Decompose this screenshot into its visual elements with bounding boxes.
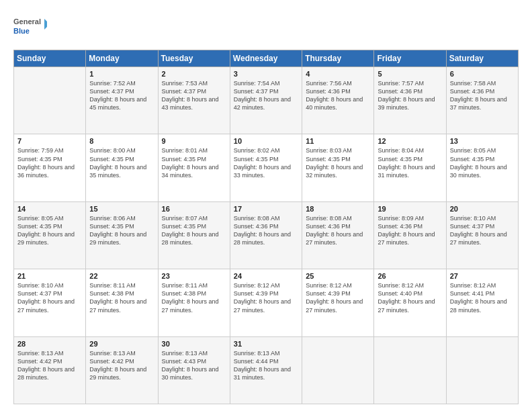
cell-info: Sunrise: 7:59 AM Sunset: 4:35 PM Dayligh…: [17, 146, 82, 179]
cell-info: Sunrise: 8:12 AM Sunset: 4:39 PM Dayligh…: [306, 281, 370, 314]
day-of-week-header: Saturday: [446, 50, 518, 67]
calendar-cell: 16Sunrise: 8:07 AM Sunset: 4:35 PM Dayli…: [158, 201, 230, 269]
calendar-cell: 10Sunrise: 8:02 AM Sunset: 4:35 PM Dayli…: [230, 134, 302, 201]
day-of-week-header: Friday: [374, 50, 446, 67]
calendar-cell: 1Sunrise: 7:52 AM Sunset: 4:37 PM Daylig…: [86, 67, 158, 134]
day-number: 23: [162, 272, 226, 280]
day-number: 1: [89, 70, 154, 78]
calendar-week-row: 7Sunrise: 7:59 AM Sunset: 4:35 PM Daylig…: [14, 134, 519, 201]
day-number: 13: [450, 137, 515, 145]
day-number: 5: [378, 70, 442, 78]
calendar-cell: 17Sunrise: 8:08 AM Sunset: 4:36 PM Dayli…: [230, 201, 302, 269]
day-number: 3: [234, 70, 298, 78]
cell-info: Sunrise: 8:12 AM Sunset: 4:41 PM Dayligh…: [450, 281, 515, 314]
calendar-cell: 26Sunrise: 8:12 AM Sunset: 4:40 PM Dayli…: [374, 269, 446, 336]
calendar-week-row: 1Sunrise: 7:52 AM Sunset: 4:37 PM Daylig…: [14, 67, 519, 134]
calendar-header: SundayMondayTuesdayWednesdayThursdayFrid…: [14, 50, 519, 67]
cell-info: Sunrise: 8:10 AM Sunset: 4:37 PM Dayligh…: [450, 214, 515, 247]
cell-info: Sunrise: 8:06 AM Sunset: 4:35 PM Dayligh…: [89, 214, 154, 247]
cell-info: Sunrise: 8:05 AM Sunset: 4:35 PM Dayligh…: [450, 146, 515, 179]
calendar-cell: 14Sunrise: 8:05 AM Sunset: 4:35 PM Dayli…: [14, 201, 86, 269]
calendar-cell: 31Sunrise: 8:13 AM Sunset: 4:44 PM Dayli…: [230, 336, 302, 404]
day-number: 18: [306, 205, 370, 213]
calendar-cell: 5Sunrise: 7:57 AM Sunset: 4:36 PM Daylig…: [374, 67, 446, 134]
day-of-week-header: Thursday: [302, 50, 374, 67]
day-number: 16: [162, 205, 226, 213]
day-number: 27: [450, 272, 515, 280]
day-number: 22: [89, 272, 154, 280]
day-number: 6: [450, 70, 515, 78]
cell-info: Sunrise: 8:12 AM Sunset: 4:39 PM Dayligh…: [234, 281, 298, 314]
calendar-cell: 2Sunrise: 7:53 AM Sunset: 4:37 PM Daylig…: [158, 67, 230, 134]
day-number: 4: [306, 70, 370, 78]
cell-info: Sunrise: 8:13 AM Sunset: 4:42 PM Dayligh…: [89, 349, 154, 382]
cell-info: Sunrise: 8:08 AM Sunset: 4:36 PM Dayligh…: [234, 214, 298, 247]
calendar-cell: 3Sunrise: 7:54 AM Sunset: 4:37 PM Daylig…: [230, 67, 302, 134]
cell-info: Sunrise: 8:08 AM Sunset: 4:36 PM Dayligh…: [306, 214, 370, 247]
cell-info: Sunrise: 8:11 AM Sunset: 4:38 PM Dayligh…: [89, 281, 154, 314]
cell-info: Sunrise: 8:11 AM Sunset: 4:38 PM Dayligh…: [162, 281, 226, 314]
day-number: 31: [234, 340, 298, 348]
calendar-cell: 24Sunrise: 8:12 AM Sunset: 4:39 PM Dayli…: [230, 269, 302, 336]
cell-info: Sunrise: 8:05 AM Sunset: 4:35 PM Dayligh…: [17, 214, 82, 247]
calendar-cell: 15Sunrise: 8:06 AM Sunset: 4:35 PM Dayli…: [86, 201, 158, 269]
svg-marker-2: [44, 19, 47, 30]
cell-info: Sunrise: 7:52 AM Sunset: 4:37 PM Dayligh…: [89, 79, 154, 112]
calendar-cell: 23Sunrise: 8:11 AM Sunset: 4:38 PM Dayli…: [158, 269, 230, 336]
day-number: 25: [306, 272, 370, 280]
day-of-week-header: Tuesday: [158, 50, 230, 67]
calendar-cell: 4Sunrise: 7:56 AM Sunset: 4:36 PM Daylig…: [302, 67, 374, 134]
calendar-cell: 29Sunrise: 8:13 AM Sunset: 4:42 PM Dayli…: [86, 336, 158, 404]
day-number: 24: [234, 272, 298, 280]
calendar-cell: [374, 336, 446, 404]
svg-text:General: General: [13, 17, 41, 26]
calendar-cell: 13Sunrise: 8:05 AM Sunset: 4:35 PM Dayli…: [446, 134, 518, 201]
calendar-week-row: 28Sunrise: 8:13 AM Sunset: 4:42 PM Dayli…: [14, 336, 519, 404]
cell-info: Sunrise: 8:02 AM Sunset: 4:35 PM Dayligh…: [234, 146, 298, 179]
day-number: 20: [450, 205, 515, 213]
cell-info: Sunrise: 8:10 AM Sunset: 4:37 PM Dayligh…: [17, 281, 82, 314]
calendar-body: 1Sunrise: 7:52 AM Sunset: 4:37 PM Daylig…: [14, 67, 519, 404]
day-number: 14: [17, 205, 82, 213]
header: General Blue: [13, 11, 519, 44]
cell-info: Sunrise: 7:56 AM Sunset: 4:36 PM Dayligh…: [306, 79, 370, 112]
cell-info: Sunrise: 8:13 AM Sunset: 4:44 PM Dayligh…: [234, 349, 298, 382]
cell-info: Sunrise: 8:13 AM Sunset: 4:43 PM Dayligh…: [162, 349, 226, 382]
calendar-week-row: 21Sunrise: 8:10 AM Sunset: 4:37 PM Dayli…: [14, 269, 519, 336]
calendar-cell: 21Sunrise: 8:10 AM Sunset: 4:37 PM Dayli…: [14, 269, 86, 336]
calendar-cell: [14, 67, 86, 134]
day-number: 15: [89, 205, 154, 213]
day-number: 9: [162, 137, 226, 145]
calendar-cell: 8Sunrise: 8:00 AM Sunset: 4:35 PM Daylig…: [86, 134, 158, 201]
calendar-cell: 30Sunrise: 8:13 AM Sunset: 4:43 PM Dayli…: [158, 336, 230, 404]
day-number: 11: [306, 137, 370, 145]
calendar-week-row: 14Sunrise: 8:05 AM Sunset: 4:35 PM Dayli…: [14, 201, 519, 269]
day-of-week-header: Wednesday: [230, 50, 302, 67]
calendar-cell: 12Sunrise: 8:04 AM Sunset: 4:35 PM Dayli…: [374, 134, 446, 201]
day-number: 28: [17, 340, 82, 348]
cell-info: Sunrise: 8:03 AM Sunset: 4:35 PM Dayligh…: [306, 146, 370, 179]
logo-graphic: General Blue: [13, 13, 47, 42]
calendar-cell: 22Sunrise: 8:11 AM Sunset: 4:38 PM Dayli…: [86, 269, 158, 336]
calendar-cell: 25Sunrise: 8:12 AM Sunset: 4:39 PM Dayli…: [302, 269, 374, 336]
logo: General Blue: [13, 13, 51, 44]
calendar-cell: 11Sunrise: 8:03 AM Sunset: 4:35 PM Dayli…: [302, 134, 374, 201]
days-of-week-row: SundayMondayTuesdayWednesdayThursdayFrid…: [14, 50, 519, 67]
day-of-week-header: Sunday: [14, 50, 86, 67]
calendar-table: SundayMondayTuesdayWednesdayThursdayFrid…: [13, 50, 519, 404]
cell-info: Sunrise: 8:09 AM Sunset: 4:36 PM Dayligh…: [378, 214, 442, 247]
day-number: 17: [234, 205, 298, 213]
page: General Blue SundayMondayTuesdayWednesda…: [0, 0, 532, 411]
cell-info: Sunrise: 8:12 AM Sunset: 4:40 PM Dayligh…: [378, 281, 442, 314]
svg-text:Blue: Blue: [13, 27, 30, 35]
calendar-cell: [302, 336, 374, 404]
day-number: 30: [162, 340, 226, 348]
calendar-cell: 20Sunrise: 8:10 AM Sunset: 4:37 PM Dayli…: [446, 201, 518, 269]
calendar-cell: 19Sunrise: 8:09 AM Sunset: 4:36 PM Dayli…: [374, 201, 446, 269]
day-of-week-header: Monday: [86, 50, 158, 67]
calendar-cell: 18Sunrise: 8:08 AM Sunset: 4:36 PM Dayli…: [302, 201, 374, 269]
day-number: 19: [378, 205, 442, 213]
calendar-cell: 9Sunrise: 8:01 AM Sunset: 4:35 PM Daylig…: [158, 134, 230, 201]
day-number: 8: [89, 137, 154, 145]
calendar-cell: 28Sunrise: 8:13 AM Sunset: 4:42 PM Dayli…: [14, 336, 86, 404]
